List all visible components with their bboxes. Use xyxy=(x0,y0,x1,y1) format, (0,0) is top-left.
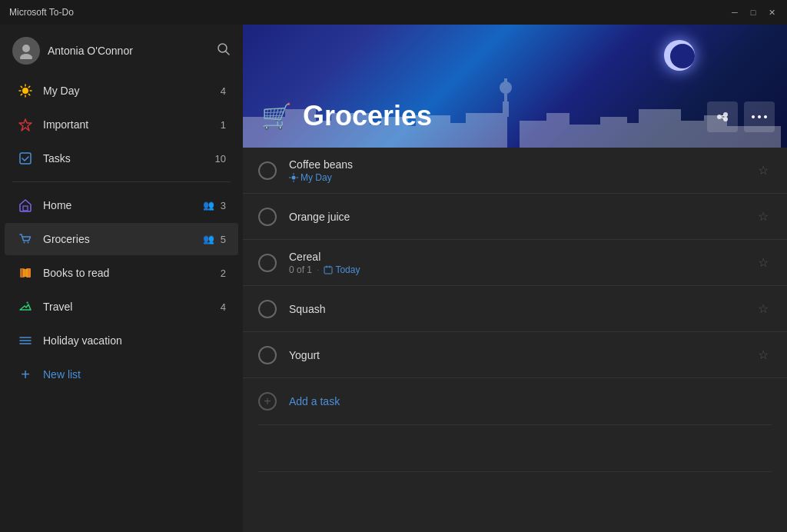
sidebar-item-travel[interactable]: Travel 4 xyxy=(5,291,238,323)
home-count: 3 xyxy=(221,200,226,211)
books-label: Books to read xyxy=(43,267,221,279)
task-item-coffee[interactable]: Coffee beans My Day xyxy=(243,148,787,194)
svg-line-49 xyxy=(722,115,724,116)
task-list: Coffee beans My Day xyxy=(243,148,787,532)
task-star-coffee[interactable]: ☆ xyxy=(755,160,772,181)
task-star-yogurt[interactable]: ☆ xyxy=(755,344,772,365)
important-count: 1 xyxy=(221,119,226,131)
svg-line-3 xyxy=(226,52,230,55)
new-list-label: New list xyxy=(43,368,81,381)
user-name: Antonia O'Connor xyxy=(48,45,133,57)
task-name-yogurt: Yogurt xyxy=(289,349,755,361)
task-steps-cereal: 0 of 1 xyxy=(289,264,312,275)
divider-1 xyxy=(12,181,231,182)
sidebar: Antonia O'Connor xyxy=(0,25,243,532)
svg-point-54 xyxy=(292,175,296,179)
app-container: Antonia O'Connor xyxy=(0,25,787,532)
user-section: Antonia O'Connor xyxy=(0,25,243,74)
task-circle-yogurt[interactable] xyxy=(258,346,277,364)
task-due-cereal: Today xyxy=(324,264,360,275)
avatar xyxy=(12,37,40,65)
new-list-icon: + xyxy=(17,366,34,383)
task-star-squash[interactable]: ☆ xyxy=(755,298,772,319)
task-content-cereal: Cereal 0 of 1 · Today xyxy=(289,251,755,275)
home-shared-icon: 👥 xyxy=(203,200,214,211)
svg-rect-15 xyxy=(23,206,28,211)
task-name-orange: Orange juice xyxy=(289,211,755,223)
task-star-cereal[interactable]: ☆ xyxy=(755,252,772,273)
svg-line-10 xyxy=(28,94,29,95)
task-sub-cereal: 0 of 1 · Today xyxy=(289,264,755,275)
books-icon xyxy=(17,264,34,281)
task-circle-coffee[interactable] xyxy=(258,161,277,180)
header-actions xyxy=(707,101,775,132)
svg-point-1 xyxy=(20,54,32,59)
task-content-orange: Orange juice xyxy=(289,211,755,223)
task-name-cereal: Cereal xyxy=(289,251,755,263)
home-icon xyxy=(17,197,34,214)
window-controls: ─ □ ✕ xyxy=(729,6,778,18)
search-button[interactable] xyxy=(217,42,231,59)
myday-count: 4 xyxy=(221,85,226,97)
holiday-label: Holiday vacation xyxy=(43,334,226,347)
sidebar-item-myday[interactable]: My Day 4 xyxy=(5,75,238,107)
add-task-label: Add a task xyxy=(289,395,340,407)
svg-rect-14 xyxy=(20,153,31,164)
sidebar-item-tasks[interactable]: Tasks 10 xyxy=(5,142,238,175)
svg-point-53 xyxy=(764,115,767,118)
task-name-squash: Squash xyxy=(289,303,755,315)
important-icon xyxy=(17,116,34,133)
svg-line-11 xyxy=(28,86,29,87)
task-myday-coffee: My Day xyxy=(289,172,332,183)
sidebar-item-home[interactable]: Home 👥 3 xyxy=(5,189,238,221)
app-title: Microsoft To-Do xyxy=(9,7,74,18)
svg-rect-42 xyxy=(639,109,681,148)
task-content-coffee: Coffee beans My Day xyxy=(289,158,755,183)
svg-rect-36 xyxy=(466,113,504,148)
task-item-yogurt[interactable]: Yogurt ☆ xyxy=(243,332,787,378)
svg-point-25 xyxy=(500,81,512,94)
svg-point-46 xyxy=(717,115,722,119)
titlebar: Microsoft To-Do ─ □ ✕ xyxy=(0,0,787,25)
tasks-icon xyxy=(17,150,34,167)
task-star-orange[interactable]: ☆ xyxy=(755,206,772,227)
task-item-orange[interactable]: Orange juice ☆ xyxy=(243,194,787,240)
separator-2 xyxy=(258,471,772,472)
task-item-cereal[interactable]: Cereal 0 of 1 · Today xyxy=(243,240,787,286)
svg-line-9 xyxy=(21,86,22,87)
travel-count: 4 xyxy=(221,301,226,313)
more-options-button[interactable] xyxy=(744,101,775,132)
add-task-item[interactable]: + Add a task xyxy=(243,378,787,424)
home-label: Home xyxy=(43,199,203,211)
task-content-yogurt: Yogurt xyxy=(289,349,755,361)
sidebar-item-books[interactable]: Books to read 2 xyxy=(5,257,238,289)
travel-icon xyxy=(17,298,34,315)
groceries-count: 5 xyxy=(221,234,226,245)
task-circle-squash[interactable] xyxy=(258,300,277,318)
task-content-squash: Squash xyxy=(289,303,755,315)
svg-rect-39 xyxy=(566,125,604,148)
groceries-shared-icon: 👥 xyxy=(203,234,214,244)
svg-rect-59 xyxy=(324,267,332,274)
task-circle-orange[interactable] xyxy=(258,208,277,226)
minimize-button[interactable]: ─ xyxy=(729,6,741,18)
svg-point-17 xyxy=(28,242,29,244)
svg-marker-13 xyxy=(19,119,32,131)
task-item-squash[interactable]: Squash ☆ xyxy=(243,286,787,332)
main-content: 🛒 Groceries xyxy=(243,25,787,532)
share-button[interactable] xyxy=(707,101,738,132)
maximize-button[interactable]: □ xyxy=(747,6,759,18)
new-list-item[interactable]: + New list xyxy=(5,358,238,391)
add-task-circle: + xyxy=(258,392,277,411)
svg-point-4 xyxy=(22,88,28,94)
svg-point-0 xyxy=(22,45,30,52)
list-title-icon: 🛒 xyxy=(261,101,292,131)
sidebar-item-important[interactable]: Important 1 xyxy=(5,108,238,141)
spacer xyxy=(243,425,787,471)
groceries-label: Groceries xyxy=(43,233,203,245)
sidebar-item-groceries[interactable]: Groceries 👥 5 xyxy=(5,223,238,255)
task-circle-cereal[interactable] xyxy=(258,254,277,272)
close-button[interactable]: ✕ xyxy=(765,6,778,18)
user-info: Antonia O'Connor xyxy=(12,37,133,65)
sidebar-item-holiday[interactable]: Holiday vacation xyxy=(5,324,238,357)
